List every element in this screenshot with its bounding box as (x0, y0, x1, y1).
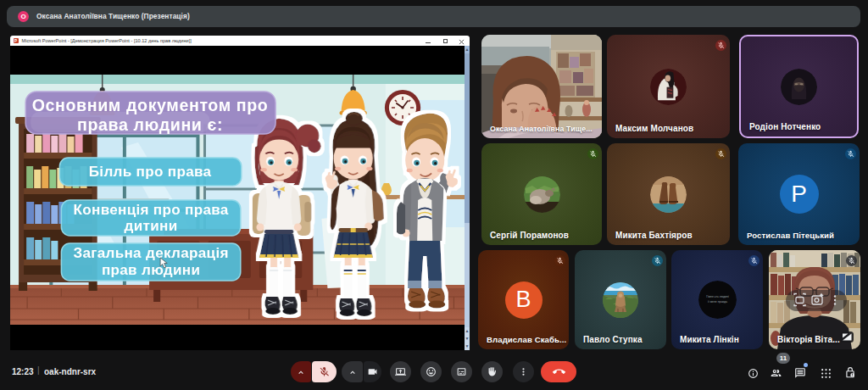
svg-text:ії мене правда: ії мене правда (707, 300, 726, 304)
svg-text:Конвенція про права: Конвенція про права (73, 202, 228, 218)
svg-text:прав людини: прав людини (101, 262, 199, 278)
svg-text:права людини є:: права людини є: (77, 115, 223, 134)
svg-text:Основним документом про: Основним документом про (31, 96, 268, 114)
svg-text:Гімне єть людині: Гімне єть людині (706, 295, 729, 298)
svg-text:Загальна декларація: Загальна декларація (73, 245, 228, 261)
svg-text:Білль про права: Білль про права (88, 164, 211, 180)
svg-text:дитини: дитини (124, 218, 177, 234)
